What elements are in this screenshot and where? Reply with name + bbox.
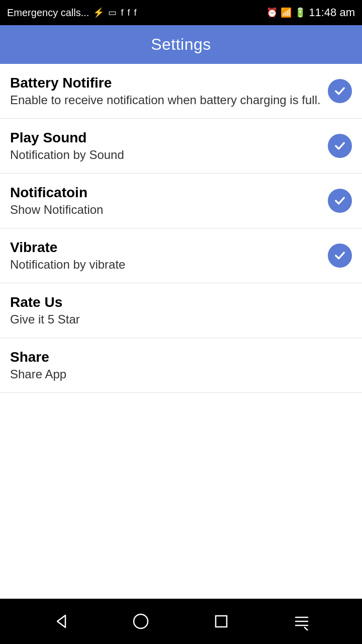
battery-notifire-item[interactable]: Battery Notifire Enable to receive notif… xyxy=(0,64,362,119)
facebook-icon-2: f xyxy=(127,8,130,18)
svg-marker-0 xyxy=(57,615,65,627)
settings-list: Battery Notifire Enable to receive notif… xyxy=(0,64,362,599)
rate-us-title: Rate Us xyxy=(10,294,352,310)
notification-toggle[interactable] xyxy=(328,189,352,213)
battery-notifire-toggle[interactable] xyxy=(328,79,352,103)
notification-text: Notificatoin Show Notification xyxy=(10,185,328,217)
play-sound-subtitle: Notification by Sound xyxy=(10,148,328,162)
signal-icon: 📶 xyxy=(281,7,292,18)
home-button[interactable] xyxy=(126,606,156,636)
vibrate-title: Vibrate xyxy=(10,239,328,256)
vibrate-subtitle: Notification by vibrate xyxy=(10,258,328,272)
notification-subtitle: Show Notification xyxy=(10,203,328,217)
facebook-icon-3: f xyxy=(134,8,136,18)
time-display: 11:48 am xyxy=(309,6,355,19)
alarm-icon: ⏰ xyxy=(266,7,278,18)
checkmark-icon xyxy=(333,139,347,153)
vibrate-toggle[interactable] xyxy=(328,244,352,268)
play-sound-toggle[interactable] xyxy=(328,134,352,158)
battery-notifire-text: Battery Notifire Enable to receive notif… xyxy=(10,75,328,107)
recent-apps-icon xyxy=(212,612,230,630)
battery-icon: 🔋 xyxy=(295,7,306,18)
app-bar: Settings xyxy=(0,25,362,64)
back-button[interactable] xyxy=(45,606,75,636)
svg-rect-2 xyxy=(216,616,227,627)
emergency-calls-text: Emergency calls... xyxy=(7,7,89,19)
page-title: Settings xyxy=(151,35,211,53)
rate-us-subtitle: Give it 5 Star xyxy=(10,312,352,327)
checkmark-icon xyxy=(333,84,347,98)
play-sound-text: Play Sound Notification by Sound xyxy=(10,130,328,162)
vibrate-text: Vibrate Notification by vibrate xyxy=(10,239,328,272)
play-sound-title: Play Sound xyxy=(10,130,328,146)
screen-icon: ▭ xyxy=(108,7,117,18)
rate-us-text: Rate Us Give it 5 Star xyxy=(10,294,352,327)
vibrate-item[interactable]: Vibrate Notification by vibrate xyxy=(0,228,362,283)
home-icon xyxy=(132,612,150,630)
checkmark-icon xyxy=(333,194,347,208)
notification-item[interactable]: Notificatoin Show Notification xyxy=(0,174,362,228)
battery-notifire-subtitle: Enable to receive notification when batt… xyxy=(10,93,328,107)
share-text: Share Share App xyxy=(10,349,352,381)
share-subtitle: Share App xyxy=(10,367,352,381)
bottom-nav xyxy=(0,599,362,644)
checkmark-icon xyxy=(333,249,347,263)
menu-button[interactable] xyxy=(287,606,317,636)
status-bar-left: Emergency calls... ⚡ ▭ f f f xyxy=(7,7,136,19)
rate-us-item[interactable]: Rate Us Give it 5 Star xyxy=(0,283,362,338)
notification-title: Notificatoin xyxy=(10,185,328,201)
menu-icon xyxy=(293,612,311,630)
status-bar-right: ⏰ 📶 🔋 11:48 am xyxy=(266,6,355,19)
share-item[interactable]: Share Share App xyxy=(0,338,362,393)
play-sound-item[interactable]: Play Sound Notification by Sound xyxy=(0,119,362,174)
share-title: Share xyxy=(10,349,352,365)
facebook-icon-1: f xyxy=(121,8,123,18)
usb-icon: ⚡ xyxy=(93,7,104,18)
svg-point-1 xyxy=(134,614,148,628)
back-icon xyxy=(51,612,69,630)
recent-apps-button[interactable] xyxy=(206,606,236,636)
battery-notifire-title: Battery Notifire xyxy=(10,75,328,91)
status-bar: Emergency calls... ⚡ ▭ f f f ⏰ 📶 🔋 11:48… xyxy=(0,0,362,25)
